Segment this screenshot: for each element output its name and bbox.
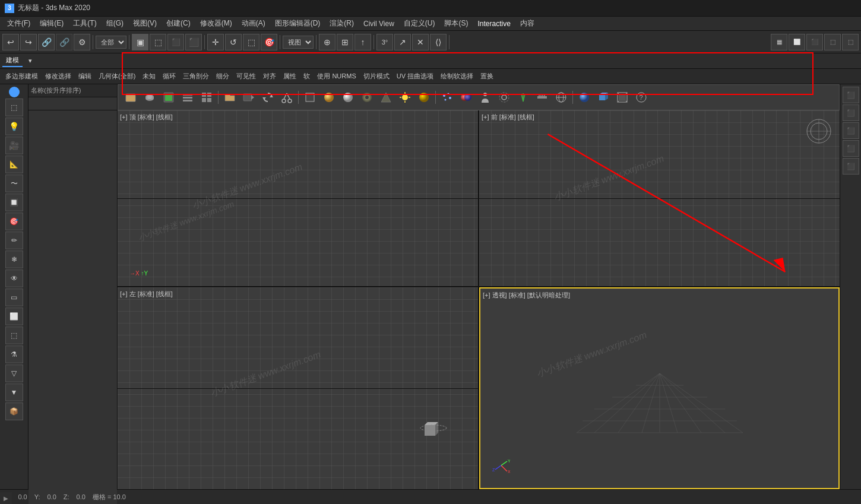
- menu-graph-editor[interactable]: 图形编辑器(D): [270, 17, 325, 30]
- left-flask[interactable]: ⚗: [5, 345, 23, 363]
- layer-mgr[interactable]: ⬚: [842, 34, 859, 50]
- placement[interactable]: 🎯: [261, 34, 277, 50]
- unlink-btn[interactable]: 🔗: [56, 34, 72, 50]
- bind-btn[interactable]: ⚙: [74, 34, 90, 50]
- mat-sun-shape[interactable]: [396, 88, 414, 106]
- edit-modify-sel[interactable]: 修改选择: [42, 71, 74, 82]
- select-tool[interactable]: ▣: [132, 34, 148, 50]
- left-rect[interactable]: ▭: [5, 289, 23, 306]
- left-measure[interactable]: 📐: [5, 156, 23, 173]
- menu-create[interactable]: 创建(C): [162, 17, 195, 30]
- menu-civil-view[interactable]: Civil View: [359, 18, 399, 29]
- mat-open-btn[interactable]: [122, 88, 140, 106]
- edit-visibility[interactable]: 可见性: [233, 71, 259, 82]
- grid-btn[interactable]: ⊞: [337, 34, 353, 50]
- mat-globe-btn[interactable]: [552, 88, 570, 106]
- lasso[interactable]: ⬛: [167, 34, 184, 50]
- edit-displace[interactable]: 置换: [477, 71, 496, 82]
- named-sel[interactable]: ▦: [771, 34, 787, 50]
- mat-render-frame[interactable]: [613, 88, 631, 106]
- left-target[interactable]: 🎯: [5, 213, 23, 230]
- menu-edit[interactable]: 编辑(E): [35, 17, 68, 30]
- viewport-top[interactable]: [+] 顶 [标准] [线框] 小小软件迷 www.xxrjm.com 小小软件…: [118, 110, 478, 286]
- menu-render[interactable]: 渲染(R): [325, 17, 359, 30]
- edit-align[interactable]: 对齐: [260, 71, 279, 82]
- menu-interactive[interactable]: Interactive: [473, 18, 515, 29]
- move-tool[interactable]: ✛: [207, 34, 224, 50]
- mat-sphere-shape[interactable]: [320, 88, 338, 106]
- edit-uv-distort[interactable]: UV 扭曲选项: [394, 71, 436, 82]
- select-paint[interactable]: ⬛: [185, 34, 202, 50]
- scale-tool[interactable]: ⬚: [243, 34, 259, 50]
- name-search-input[interactable]: [29, 97, 117, 110]
- mat-box-shape[interactable]: [301, 88, 319, 106]
- angle-snap[interactable]: 3°: [376, 34, 393, 50]
- constraints[interactable]: ⟨⟩: [430, 34, 447, 50]
- mat-person-btn[interactable]: [476, 88, 494, 106]
- left-camera[interactable]: 🎥: [5, 137, 23, 154]
- mat-settings-btn[interactable]: [495, 88, 513, 106]
- mat-table-btn[interactable]: [198, 88, 216, 106]
- select-filter[interactable]: 全部: [96, 36, 126, 49]
- left-circle-selector[interactable]: [9, 87, 20, 97]
- mat-donut-shape[interactable]: [358, 88, 376, 106]
- mat-refresh-btn[interactable]: [259, 88, 277, 106]
- menu-modifier[interactable]: 修改器(M): [195, 17, 237, 30]
- left-helpers[interactable]: 🔲: [5, 194, 23, 211]
- mat-cloud-btn[interactable]: [141, 88, 159, 106]
- right-btn-2[interactable]: ⬛: [843, 104, 859, 121]
- menu-animation[interactable]: 动画(A): [237, 17, 270, 30]
- menu-file[interactable]: 文件(F): [2, 17, 35, 30]
- mat-question-btn[interactable]: ?: [632, 88, 650, 106]
- mat-blue-box[interactable]: [594, 88, 612, 106]
- mirror-btn[interactable]: ⬜: [789, 34, 805, 50]
- left-freeze[interactable]: ❄: [5, 251, 23, 268]
- mat-gold-sphere[interactable]: [415, 88, 433, 106]
- edit-subdivide[interactable]: 细分: [213, 71, 232, 82]
- viewport-front-label[interactable]: [+] 前 [标准] [线框]: [482, 113, 534, 122]
- edit-paint-soft-sel[interactable]: 绘制软选择: [438, 71, 476, 82]
- redo-btn[interactable]: ↪: [20, 34, 37, 50]
- left-eye[interactable]: 👁: [5, 270, 23, 287]
- mat-sphere-white[interactable]: [339, 88, 357, 106]
- left-tri-fill[interactable]: ▼: [5, 383, 23, 401]
- link-btn[interactable]: 🔗: [38, 34, 55, 50]
- left-box[interactable]: 📦: [5, 402, 23, 420]
- edit-loop[interactable]: 循环: [160, 71, 179, 82]
- left-light[interactable]: 💡: [5, 118, 23, 135]
- mat-video-btn[interactable]: [240, 88, 258, 106]
- mat-material-btn[interactable]: [457, 88, 475, 106]
- menu-customize[interactable]: 自定义(U): [399, 17, 440, 30]
- mat-particles-btn[interactable]: [438, 88, 456, 106]
- pivot-btn[interactable]: ⊕: [319, 34, 335, 50]
- mat-ruler-btn[interactable]: [533, 88, 551, 106]
- mat-folder-btn[interactable]: [221, 88, 239, 106]
- bottom-expander[interactable]: ▶: [0, 492, 12, 504]
- menu-script[interactable]: 脚本(S): [439, 17, 473, 30]
- align-btn[interactable]: ⬛: [806, 34, 823, 50]
- menu-tools[interactable]: 工具(T): [68, 17, 101, 30]
- right-btn-3[interactable]: ⬛: [843, 122, 859, 139]
- edit-slice-mode[interactable]: 切片模式: [360, 71, 392, 82]
- edit-edit[interactable]: 编辑: [75, 71, 94, 82]
- edit-geometry-all[interactable]: 几何体(全部): [96, 71, 138, 82]
- mat-render-btn[interactable]: [160, 88, 178, 106]
- left-select[interactable]: ⬚: [5, 99, 23, 116]
- mat-cut-btn[interactable]: [278, 88, 296, 106]
- edit-poly[interactable]: 多边形建模: [2, 71, 41, 82]
- left-dotted[interactable]: ⬚: [5, 327, 23, 344]
- mat-list-btn[interactable]: [179, 88, 197, 106]
- mat-blue-sphere[interactable]: [575, 88, 593, 106]
- right-btn-4[interactable]: ⬛: [843, 140, 859, 157]
- sub-modeling[interactable]: 建模: [2, 55, 23, 67]
- viewport-left-label[interactable]: [+] 左 [标准] [线框]: [120, 290, 173, 299]
- menu-view[interactable]: 视图(V): [128, 17, 162, 30]
- layer-btn[interactable]: ⬚: [824, 34, 841, 50]
- edit-nurms[interactable]: 使用 NURMS: [314, 71, 359, 82]
- left-sq[interactable]: ⬜: [5, 308, 23, 325]
- edit-soft[interactable]: 软: [300, 71, 313, 82]
- menu-group[interactable]: 组(G): [102, 17, 128, 30]
- viewport-left[interactable]: [+] 左 [标准] [线框] 小小软件迷 www.xxrjm.com: [118, 287, 478, 489]
- left-wave[interactable]: 〜: [5, 175, 23, 192]
- select-region[interactable]: ⬚: [150, 34, 166, 50]
